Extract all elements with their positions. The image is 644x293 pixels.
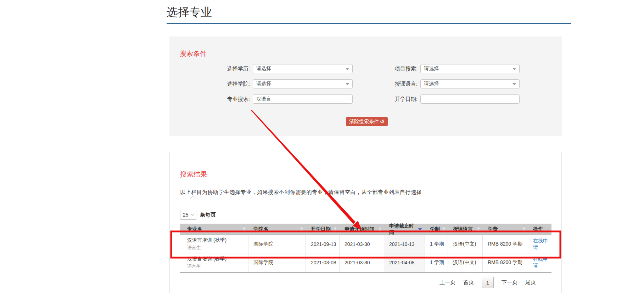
per-page-label: 条每页 <box>200 212 216 218</box>
dropdown-caret-icon <box>346 68 349 70</box>
header-label: 学院名 <box>253 226 268 232</box>
collapse-notch-icon <box>190 195 196 202</box>
start-date-input[interactable] <box>420 94 520 104</box>
header-label: 申请开始时间 <box>345 226 374 232</box>
results-panel: 搜索结果 以上栏目为协助学生选择专业，如果搜索不到你需要的专业，请保留空白，从全… <box>169 152 562 293</box>
sort-icons <box>379 227 381 231</box>
next-page-link[interactable]: 下一页 <box>502 279 517 286</box>
project-select-value: 请选择 <box>424 65 439 72</box>
header-cell-start-date[interactable]: 开学日期 <box>306 224 340 235</box>
header-cell-apply-start[interactable]: 申请开始时间 <box>340 224 384 235</box>
table-row: 汉语言培训 (春季) 语言生 国际学院 2021-03-08 2021-03-3… <box>180 253 551 272</box>
cell-major: 汉语言培训 (春季) 语言生 <box>180 253 248 272</box>
per-page-value: 25 <box>183 212 189 218</box>
cell-tuition: RMB 8200 学期 <box>483 253 528 272</box>
project-select[interactable]: 请选择 <box>420 64 520 73</box>
header-cell-duration[interactable]: 学制 <box>425 224 448 235</box>
clear-search-button[interactable]: 清除搜索条件 ↺ <box>346 117 388 126</box>
start-date-label: 开学日期: <box>361 96 418 103</box>
college-select[interactable]: 请选择 <box>253 79 353 88</box>
main-content: 选择专业 搜索条件 选择学历: 请选择 选择学院: 请选择 专业搜索: 项目搜索… <box>167 0 571 293</box>
per-page-select[interactable]: 25 <box>180 210 196 220</box>
header-label: 学费 <box>488 226 498 232</box>
table-row: 汉语言培训 (秋季) 语言生 国际学院 2021-09-13 2021-03-3… <box>180 235 551 253</box>
collapse-divider <box>174 199 557 199</box>
major-search-label: 专业搜索: <box>193 96 250 103</box>
student-type: 语言生 <box>187 263 201 270</box>
sort-desc-icon <box>418 228 422 231</box>
header-label: 学制 <box>430 226 440 232</box>
major-name: 汉语言培训 (春季) <box>187 256 226 262</box>
dropdown-caret-icon <box>513 83 516 85</box>
cell-apply-end: 2021-10-13 <box>384 235 425 253</box>
sort-icons <box>334 227 337 231</box>
header-cell-apply-end[interactable]: 申请截止时间 <box>384 224 425 235</box>
dropdown-caret-icon <box>513 68 516 70</box>
dropdown-caret-icon <box>346 83 349 85</box>
sort-icons <box>300 227 303 231</box>
sort-icons <box>477 227 480 231</box>
header-cell-action: 操作 <box>528 224 551 235</box>
online-apply-link[interactable]: 在线申请 <box>533 256 551 269</box>
major-search-field: 专业搜索: <box>193 94 353 104</box>
cell-language: 汉语(中文) <box>448 235 483 253</box>
cell-action: 在线申请 <box>528 253 551 272</box>
cell-action: 在线申请 <box>528 235 551 253</box>
college-field: 选择学院: 请选择 <box>193 79 353 88</box>
cell-tuition: RMB 8200 学期 <box>483 235 528 253</box>
online-apply-link[interactable]: 在线申请 <box>533 238 551 251</box>
reset-icon: ↺ <box>380 119 385 125</box>
language-field: 授课语言: 请选择 <box>361 79 520 88</box>
results-hint: 以上栏目为协助学生选择专业，如果搜索不到你需要的专业，请保留空白，从全部专业列表… <box>180 189 422 196</box>
major-name: 汉语言培训 (秋季) <box>187 237 226 243</box>
page-title: 选择专业 <box>167 0 571 19</box>
chevron-down-icon <box>191 212 194 216</box>
header-cell-tuition[interactable]: 学费 <box>483 224 528 235</box>
sort-icons <box>522 227 525 231</box>
language-select[interactable]: 请选择 <box>420 79 520 88</box>
cell-apply-end: 2021-04-08 <box>384 253 425 272</box>
results-table: 专业名 学院名 开学日期 申请开始时间 申请截止时间 <box>180 224 551 272</box>
cell-apply-start: 2021-03-30 <box>340 253 384 272</box>
title-underline <box>167 23 571 24</box>
header-cell-college[interactable]: 学院名 <box>248 224 306 235</box>
results-panel-heading: 搜索结果 <box>180 170 207 179</box>
header-cell-major[interactable]: 专业名 <box>180 224 248 235</box>
language-label: 授课语言: <box>361 81 418 87</box>
header-label: 开学日期 <box>311 226 331 232</box>
major-search-input[interactable] <box>253 94 353 104</box>
cell-start-date: 2021-03-08 <box>306 253 340 272</box>
last-page-link[interactable]: 尾页 <box>525 279 536 286</box>
education-select-value: 请选择 <box>256 65 271 72</box>
search-panel-heading: 搜索条件 <box>180 49 207 58</box>
header-label: 授课语言 <box>453 226 473 232</box>
cell-duration: 1 学期 <box>425 235 448 253</box>
college-label: 选择学院: <box>193 81 250 87</box>
current-page[interactable]: 1 <box>482 277 494 288</box>
start-date-field: 开学日期: <box>361 94 520 104</box>
cell-start-date: 2021-09-13 <box>306 235 340 253</box>
sort-icons <box>243 227 246 231</box>
education-field: 选择学历: 请选择 <box>193 64 353 73</box>
header-label: 操作 <box>533 226 543 232</box>
prev-page-link[interactable]: 上一页 <box>439 279 455 286</box>
search-panel: 搜索条件 选择学历: 请选择 选择学院: 请选择 专业搜索: 项目搜索: 请选择 <box>169 36 562 136</box>
cell-college: 国际学院 <box>248 253 306 272</box>
education-select[interactable]: 请选择 <box>253 64 353 73</box>
first-page-link[interactable]: 首页 <box>463 279 474 286</box>
header-label: 专业名 <box>187 226 202 232</box>
pagination: 上一页 首页 1 下一页 尾页 <box>439 277 536 288</box>
language-select-value: 请选择 <box>424 81 439 87</box>
cell-apply-start: 2021-03-30 <box>340 235 384 253</box>
college-select-value: 请选择 <box>256 81 271 87</box>
project-label: 项目搜索: <box>361 65 418 72</box>
student-type: 语言生 <box>187 245 201 251</box>
clear-search-button-label: 清除搜索条件 <box>349 119 379 125</box>
education-label: 选择学历: <box>193 65 250 72</box>
per-page-control: 25 条每页 <box>180 210 216 220</box>
cell-duration: 1 学期 <box>425 253 448 272</box>
cell-major: 汉语言培训 (秋季) 语言生 <box>180 235 248 253</box>
sort-icons <box>442 227 445 231</box>
header-cell-language[interactable]: 授课语言 <box>448 224 483 235</box>
cell-college: 国际学院 <box>248 235 306 253</box>
